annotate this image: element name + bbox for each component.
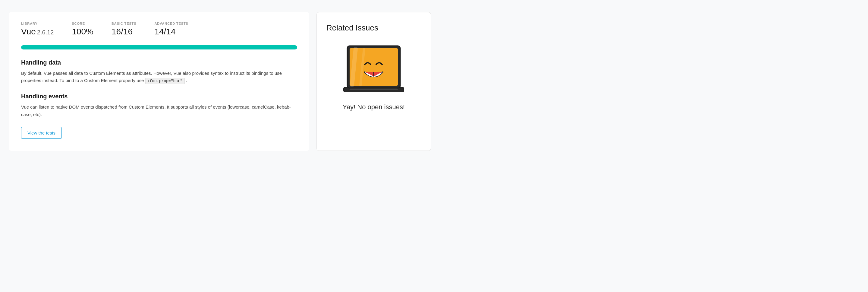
progress-bar-container (21, 45, 297, 50)
library-stat: LIBRARY Vue2.6.12 (21, 22, 54, 37)
laptop-illustration (341, 43, 407, 95)
no-issues-text: Yay! No open issues! (343, 103, 405, 111)
handling-events-body: Vue can listen to native DOM events disp… (21, 104, 297, 119)
library-name: Vue (21, 27, 36, 36)
progress-bar-fill (21, 45, 297, 50)
view-tests-button[interactable]: View the tests (21, 127, 62, 139)
advanced-tests-stat: ADVANCED TESTS 14/14 (154, 22, 188, 37)
score-stat: SCORE 100% (72, 22, 93, 37)
library-label: LIBRARY (21, 22, 54, 25)
basic-tests-stat: BASIC TESTS 16/16 (112, 22, 136, 37)
left-panel: LIBRARY Vue2.6.12 SCORE 100% BASIC TESTS… (9, 12, 309, 151)
code-snippet: :foo.prop="bar" (145, 78, 185, 84)
main-container: LIBRARY Vue2.6.12 SCORE 100% BASIC TESTS… (9, 12, 431, 151)
library-version: 2.6.12 (37, 29, 54, 36)
library-value: Vue2.6.12 (21, 27, 54, 37)
basic-tests-value: 16/16 (112, 27, 136, 37)
score-label: SCORE (72, 22, 93, 25)
basic-tests-label: BASIC TESTS (112, 22, 136, 25)
handling-data-title: Handling data (21, 59, 297, 66)
right-panel: Related Issues (316, 12, 431, 151)
score-value: 100% (72, 27, 93, 37)
handling-data-body: By default, Vue passes all data to Custo… (21, 70, 297, 85)
advanced-tests-label: ADVANCED TESTS (154, 22, 188, 25)
related-issues-title: Related Issues (327, 23, 378, 33)
advanced-tests-value: 14/14 (154, 27, 188, 37)
handling-events-title: Handling events (21, 93, 297, 100)
stats-row: LIBRARY Vue2.6.12 SCORE 100% BASIC TESTS… (21, 22, 297, 37)
svg-rect-1 (350, 88, 398, 90)
